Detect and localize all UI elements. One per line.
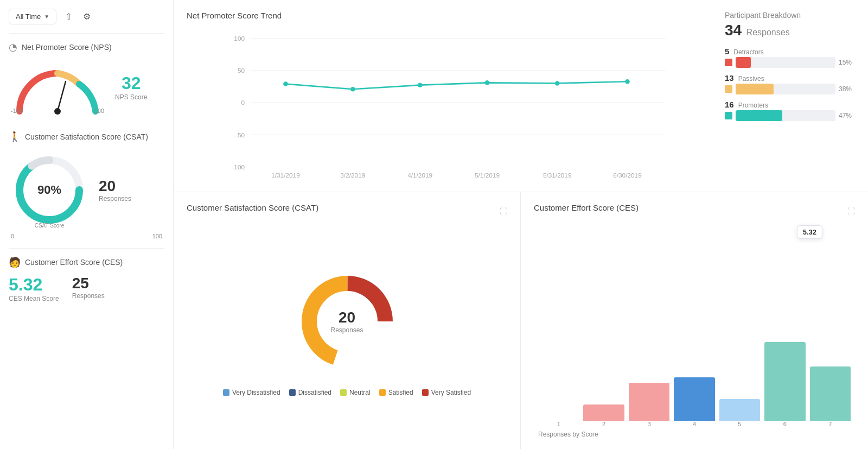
ces-x-labels: 1 2 3 4 5 6 7 xyxy=(534,421,855,427)
pb-row-promoters: 16 Promoters 47% xyxy=(725,100,855,121)
nps-gauge-container: -100 100 32 NPS Score xyxy=(9,60,164,114)
legend-label-very-satisfied: Very Satisfied xyxy=(431,389,471,396)
pb-detractors-count: 5 xyxy=(725,47,729,56)
ces-x-label-4: 4 xyxy=(674,421,714,427)
pb-detractors-dot xyxy=(725,59,732,66)
ces-mean-label: CES Mean Score xyxy=(9,295,59,302)
svg-text:-100: -100 xyxy=(232,163,245,171)
csat-icon: 🚶 xyxy=(9,131,21,143)
csat-stats: 20 Responses xyxy=(99,178,131,203)
svg-text:50: 50 xyxy=(238,67,245,74)
csat-score-range: 0 100 xyxy=(9,233,164,239)
svg-text:1/31/2019: 1/31/2019 xyxy=(271,172,300,179)
chevron-down-icon: ▼ xyxy=(44,14,49,20)
ces-bar-7 xyxy=(810,366,851,421)
pb-passives-bar-fill xyxy=(736,84,774,94)
legend-dot-dissatisfied xyxy=(289,389,296,396)
csat-max-label: 100 xyxy=(152,233,162,239)
pb-detractors-pct: 15% xyxy=(839,59,855,66)
svg-text:6/30/2019: 6/30/2019 xyxy=(613,172,642,179)
ces-bars: 5.32 xyxy=(534,225,855,421)
ces-stats: 5.32 CES Mean Score 25 Responses xyxy=(9,275,164,302)
ces-x-label-6: 6 xyxy=(764,421,805,427)
participant-breakdown-panel: Participant Breakdown 34 Responses 5 Det… xyxy=(725,11,855,181)
svg-text:0: 0 xyxy=(241,99,245,106)
csat-chart-title: Customer Satisfaction Score (CSAT) xyxy=(187,203,318,212)
pb-row-passives: 13 Passives 38% xyxy=(725,73,855,94)
nps-icon: ◔ xyxy=(9,41,17,53)
ces-bar-fill-5 xyxy=(719,399,760,421)
sidebar: All Time ▼ ⇧ ⚙ ◔ Net Promoter Score (NPS… xyxy=(0,0,174,449)
svg-point-18 xyxy=(485,80,490,85)
ces-section: 🧑 Customer Effort Score (CES) 5.32 CES M… xyxy=(9,248,164,302)
legend-dot-very-satisfied xyxy=(422,389,429,396)
csat-score-label: CSAT Score xyxy=(35,223,65,229)
ces-bar-3 xyxy=(629,383,669,421)
nps-trend-area: Net Promoter Score Trend 100 50 0 -50 -1… xyxy=(187,11,712,181)
ces-tooltip-value: 5.32 xyxy=(803,228,816,236)
svg-point-19 xyxy=(555,81,560,86)
csat-ring-center: 90% xyxy=(37,183,61,197)
pb-promoters-bar-bg xyxy=(736,110,835,121)
pb-total: 34 xyxy=(725,22,742,39)
pb-responses-label: Responses xyxy=(746,28,790,37)
legend-dissatisfied: Dissatisfied xyxy=(289,389,331,396)
svg-text:-50: -50 xyxy=(235,131,245,139)
nps-trend-title: Net Promoter Score Trend xyxy=(187,11,712,20)
ces-responses-col: 25 Responses xyxy=(72,275,105,302)
ces-mean-score: 5.32 xyxy=(9,275,59,295)
time-filter-select[interactable]: All Time ▼ xyxy=(9,9,56,24)
svg-text:5/1/2019: 5/1/2019 xyxy=(475,172,500,179)
legend-very-satisfied: Very Satisfied xyxy=(422,389,471,396)
ces-chart-panel: Customer Effort Score (CES) ⛶ 5.32 xyxy=(521,192,868,449)
ces-bar-2 xyxy=(583,404,624,421)
svg-text:3/2/2019: 3/2/2019 xyxy=(340,172,365,179)
pb-detractors-label: Detractors xyxy=(733,48,763,56)
pb-promoters-pct: 47% xyxy=(839,112,855,119)
legend-dot-neutral xyxy=(340,389,347,396)
share-button[interactable]: ⇧ xyxy=(63,9,74,24)
ces-bar-fill-4 xyxy=(674,377,714,421)
gauge-max-label: 100 xyxy=(94,107,104,114)
legend-label-satisfied: Satisfied xyxy=(388,389,413,396)
filter-bar: All Time ▼ ⇧ ⚙ xyxy=(9,9,164,24)
csat-chart-panel: Customer Satisfaction Score (CSAT) ⛶ xyxy=(174,192,521,449)
csat-responses-value: 20 xyxy=(99,178,131,195)
pb-promoters-count: 16 xyxy=(725,100,734,109)
ces-x-label-1: 1 xyxy=(538,421,579,427)
pb-title: Participant Breakdown xyxy=(725,11,855,20)
nps-title: Net Promoter Score (NPS) xyxy=(22,43,112,52)
svg-point-1 xyxy=(54,108,61,115)
svg-point-20 xyxy=(625,79,630,84)
csat-section: 🚶 Customer Satisfaction Score (CSAT) 90%… xyxy=(9,123,164,239)
gauge-min-label: -100 xyxy=(11,107,23,114)
ces-header: 🧑 Customer Effort Score (CES) xyxy=(9,256,164,268)
pb-total-row: 34 Responses xyxy=(725,22,855,39)
ces-sub-title: Responses by Score xyxy=(534,431,855,438)
svg-point-17 xyxy=(418,83,423,87)
nps-section: ◔ Net Promoter Score (NPS) -100 1 xyxy=(9,33,164,114)
settings-button[interactable]: ⚙ xyxy=(81,9,93,24)
ces-responses-value: 25 xyxy=(72,275,105,292)
ces-responses-label: Responses xyxy=(72,292,105,300)
ces-icon: 🧑 xyxy=(9,256,21,268)
ces-bar-fill-2 xyxy=(583,404,624,421)
csat-donut-num: 20 xyxy=(330,309,363,326)
ces-bar-4 xyxy=(674,377,714,421)
ces-bar-fill-7 xyxy=(810,366,851,421)
pb-promoters-dot xyxy=(725,112,732,119)
pb-promoters-label: Promoters xyxy=(738,102,768,109)
ces-chart-area: 5.32 xyxy=(534,225,855,438)
svg-text:100: 100 xyxy=(234,35,245,42)
pb-detractors-bar-bg xyxy=(736,57,835,68)
ces-expand-icon[interactable]: ⛶ xyxy=(847,207,855,216)
ces-x-label-5: 5 xyxy=(719,421,760,427)
ces-panel-header: Customer Effort Score (CES) ⛶ xyxy=(534,203,855,219)
pb-passives-label: Passives xyxy=(738,75,764,83)
nps-trend-svg: 100 50 0 -50 -100 1/31/2019 3/2/2019 xyxy=(187,27,712,179)
main-content: Net Promoter Score Trend 100 50 0 -50 -1… xyxy=(174,0,868,449)
ces-bar-fill-6 xyxy=(764,342,805,421)
nps-header: ◔ Net Promoter Score (NPS) xyxy=(9,41,164,53)
csat-expand-icon[interactable]: ⛶ xyxy=(500,207,507,216)
csat-percentage: 90% xyxy=(37,183,61,197)
